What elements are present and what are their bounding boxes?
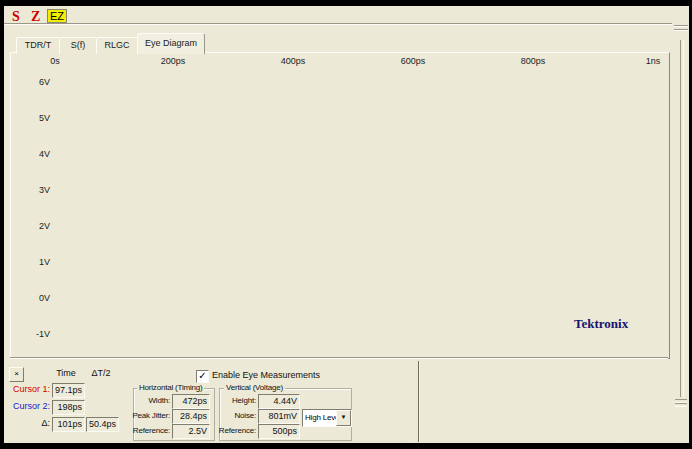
window-bottom-edge (8, 441, 408, 442)
bottom-pane-divider-highlight (419, 361, 420, 442)
noise-label: Noise: (214, 409, 256, 422)
y-tick-3v: 3V (24, 185, 50, 196)
panel-divider-highlight (10, 358, 668, 359)
tab-eye-diagram[interactable]: Eye Diagram (137, 33, 205, 54)
y-tick-2v: 2V (24, 221, 50, 232)
x-tick-600ps: 600ps (393, 56, 433, 66)
peak-jitter-label: Peak Jitter: (128, 409, 170, 422)
h-reference-field[interactable]: 2.5V (172, 424, 210, 439)
cursor1-label: Cursor 1: (8, 383, 50, 396)
height-field[interactable]: 4.44V (258, 394, 300, 409)
horizontal-timing-title: Horizontal (Timing) (137, 383, 204, 392)
time-column-header: Time (48, 368, 84, 378)
window-bottom-edge2 (420, 441, 616, 442)
dt2-column-header: ΔT/2 (84, 368, 118, 378)
noise-level-dropdown[interactable]: High Level ▼ (302, 409, 352, 427)
chevron-down-icon[interactable]: ▼ (336, 410, 351, 426)
y-tick-6v: 6V (24, 77, 50, 88)
window-bottom-edge3 (622, 441, 688, 442)
enable-eye-measurements-label[interactable]: Enable Eye Measurements (212, 370, 320, 380)
cursor2-time-field[interactable]: 198ps (52, 400, 85, 415)
y-tick-5v: 5V (24, 113, 50, 124)
y-tick-1v: 1V (24, 257, 50, 268)
x-tick-400ps: 400ps (273, 56, 313, 66)
cursor1-time-field[interactable]: 97.1ps (52, 383, 85, 398)
x-tick-800ps: 800ps (513, 56, 553, 66)
vertical-voltage-title: Vertical (Voltage) (224, 383, 285, 392)
eye-diagram-canvas[interactable] (0, 0, 692, 449)
delta-label: Δ: (8, 417, 50, 430)
height-label: Height: (214, 394, 256, 407)
peak-jitter-field[interactable]: 28.4ps (172, 409, 210, 424)
y-tick-0v: 0V (24, 293, 50, 304)
width-field[interactable]: 472ps (172, 394, 210, 409)
width-label: Width: (128, 394, 170, 407)
y-tick-4v: 4V (24, 149, 50, 160)
x-tick-200ps: 200ps (153, 56, 193, 66)
v-reference-label: Reference: (214, 424, 256, 437)
delta-time-field[interactable]: 101ps (52, 417, 85, 432)
tektronix-logo: Tektronix (574, 316, 628, 332)
close-panel-button[interactable]: × (9, 367, 24, 382)
noise-field[interactable]: 801mV (258, 409, 300, 424)
enable-eye-measurements-checkbox[interactable]: ✓ (196, 370, 209, 383)
h-reference-label: Reference: (128, 424, 170, 437)
v-reference-field[interactable]: 500ps (258, 424, 300, 439)
x-tick-0s: 0s (35, 56, 75, 66)
delta-dt2-field[interactable]: 50.4ps (86, 417, 119, 432)
x-tick-1ns: 1ns (633, 56, 673, 66)
cursor2-label: Cursor 2: (8, 400, 50, 413)
app-window: { "toolbar": { "icons": [ {"label": "S"}… (0, 0, 692, 449)
y-tick-neg1v: -1V (24, 329, 50, 340)
